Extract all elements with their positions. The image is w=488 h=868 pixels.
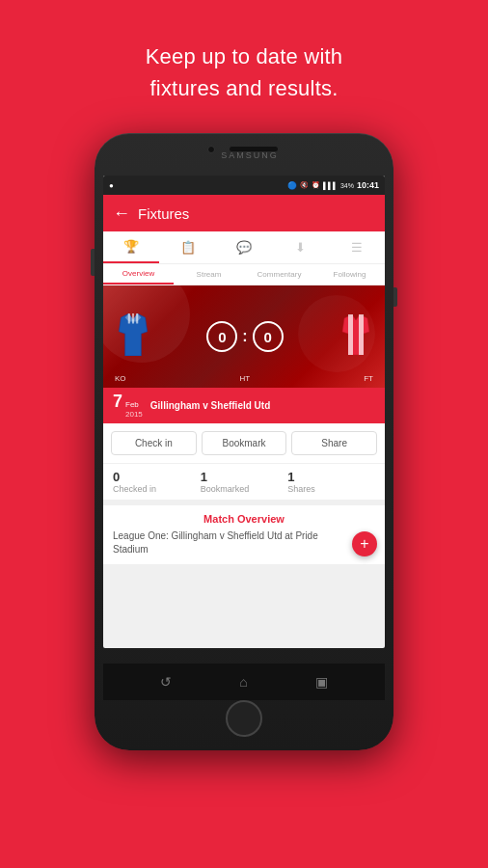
tab-label-stream[interactable]: Stream [174, 264, 244, 285]
status-bar: ● 🔵 🔇 ⏰ ▌▌▌ 34% 10:41 [103, 176, 385, 195]
away-team-kit [339, 314, 373, 359]
phone-screen: ● 🔵 🔇 ⏰ ▌▌▌ 34% 10:41 ← Fixtures [103, 176, 385, 648]
match-year: 2015 [125, 410, 143, 420]
nav-back-icon[interactable]: ↺ [160, 674, 172, 690]
home-score-circle: 0 [206, 321, 237, 352]
shares-count: 1 [287, 470, 375, 484]
away-score-circle: 0 [253, 321, 284, 352]
ko-label: KO [115, 374, 126, 383]
headline: Keep up to date with fixtures and result… [146, 41, 343, 104]
share-button[interactable]: Share [291, 431, 377, 455]
phone-home-button[interactable] [226, 700, 262, 737]
phone-device: SAMSUNG ● 🔵 🔇 ⏰ ▌▌▌ 34% 10:41 ← [95, 133, 393, 750]
checked-in-count: 0 [113, 470, 201, 484]
home-team-kit [115, 313, 151, 360]
match-date: 7 Feb 2015 [113, 393, 143, 419]
checked-in-stat: 0 Checked in [113, 470, 201, 494]
phone-power-button[interactable] [393, 287, 397, 307]
time-display: 10:41 [357, 180, 379, 190]
match-time-labels: KO HT FT [103, 374, 385, 383]
match-day: 7 [113, 393, 122, 410]
tab-labels-row: Overview Stream Commentary Following [103, 264, 385, 285]
checkin-button[interactable]: Check in [111, 431, 197, 455]
bluetooth-icon: 🔵 [287, 181, 297, 190]
svg-rect-6 [348, 314, 353, 355]
match-overview-section: Match Overview League One: Gillingham v … [103, 500, 385, 564]
battery-indicator: 34% [340, 182, 354, 189]
tab-following-icon[interactable]: ⬇ [272, 231, 328, 263]
tab-menu-icon[interactable]: ☰ [329, 231, 385, 263]
nav-recents-icon[interactable]: ▣ [315, 674, 328, 690]
score-colon: : [242, 328, 247, 345]
bookmarked-label: Bookmarked [201, 484, 288, 494]
phone-volume-button[interactable] [91, 249, 95, 276]
nav-home-icon[interactable]: ⌂ [239, 674, 247, 690]
bookmark-button[interactable]: Bookmark [202, 431, 287, 455]
svg-rect-7 [359, 314, 364, 355]
match-month: Feb [125, 400, 143, 410]
app-bar: ← Fixtures [103, 195, 385, 231]
tab-label-following[interactable]: Following [314, 264, 385, 285]
match-area: 0 : 0 KO [103, 285, 385, 388]
match-overview-title: Match Overview [113, 513, 375, 525]
signal-bars: ▌▌▌ [323, 182, 338, 189]
svg-rect-4 [136, 313, 138, 323]
match-overview-text: League One: Gillingham v Sheffield Utd a… [113, 529, 375, 556]
phone-brand: SAMSUNG [221, 150, 279, 160]
tab-label-overview[interactable]: Overview [103, 264, 174, 285]
tab-label-commentary[interactable]: Commentary [244, 264, 314, 285]
stats-row: 0 Checked in 1 Bookmarked 1 Shares [103, 463, 385, 500]
match-teams-label: Gillingham v Sheffield Utd [150, 400, 270, 411]
fab-button[interactable]: + [352, 531, 377, 556]
app-bar-title: Fixtures [138, 205, 189, 222]
svg-rect-2 [128, 313, 130, 323]
tab-stream-icon[interactable]: 📋 [159, 231, 215, 263]
back-button[interactable]: ← [113, 203, 130, 224]
phone-bottom-nav: ↺ ⌂ ▣ [103, 664, 385, 700]
alarm-icon: ⏰ [312, 181, 320, 189]
svg-marker-5 [342, 314, 369, 355]
checked-in-label: Checked in [113, 484, 201, 494]
ft-label: FT [364, 374, 373, 383]
mute-icon: 🔇 [300, 181, 309, 189]
action-buttons-row: Check in Bookmark Share [103, 423, 385, 463]
phone-camera [207, 146, 215, 153]
tab-commentary-icon[interactable]: 💬 [216, 231, 272, 263]
match-info-bar: 7 Feb 2015 Gillingham v Sheffield Utd [103, 388, 385, 423]
score-display: 0 : 0 [206, 321, 283, 352]
whatsapp-icon: ● [109, 181, 114, 190]
ht-label: HT [240, 374, 251, 383]
tab-icons-row: 🏆 📋 💬 ⬇ ☰ [103, 231, 385, 264]
svg-rect-3 [132, 313, 134, 323]
bookmarked-count: 1 [201, 470, 288, 484]
bookmarked-stat: 1 Bookmarked [201, 470, 288, 494]
shares-stat: 1 Shares [287, 470, 375, 494]
shares-label: Shares [287, 484, 375, 494]
tab-overview-icon[interactable]: 🏆 [103, 231, 159, 263]
